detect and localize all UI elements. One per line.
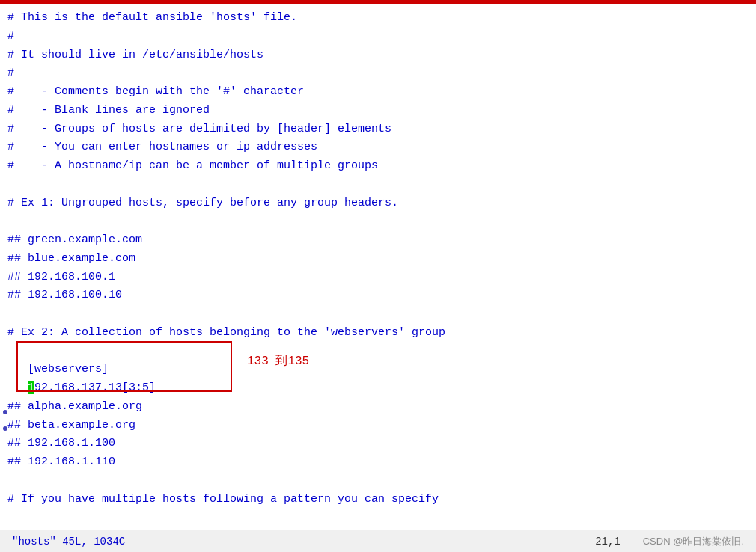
status-bar: "hosts" 45L, 1034C 21,1 CSDN @昨日海棠依旧. [0,530,756,552]
code-line-22: ## alpha.example.org [7,398,749,417]
code-line-13: ## green.example.com [7,231,749,250]
code-line-2: # [7,28,749,46]
csdn-watermark: CSDN @昨日海棠依旧. [643,535,744,548]
code-line-9: # - A hostname/ip can be a member of mul… [7,157,749,176]
code-line-14: ## blue.example.com [7,250,749,269]
status-right: 21,1 CSDN @昨日海棠依旧. [595,535,744,548]
code-line-27: # If you have multiple hosts following a… [7,491,749,509]
code-area[interactable]: # This is the default ansible 'hosts' fi… [0,4,756,530]
code-line-10 [7,176,749,194]
code-line-18: # Ex 2: A collection of hosts belonging … [7,324,749,343]
code-line-15: ## 192.168.100.1 [7,269,749,287]
code-line-23: ## beta.example.org [7,417,749,435]
code-line-11: # Ex 1: Ungrouped hosts, specify before … [7,194,749,213]
gutter-dot-1 [3,410,7,414]
code-line-5: # - Comments begin with the '#' characte… [7,83,749,102]
gutter-dot-2 [3,426,7,431]
cursor-position: 21,1 [595,536,621,548]
code-line-8: # - You can enter hostnames or ip addres… [7,138,749,157]
code-line-17 [7,305,749,324]
code-line-12 [7,212,749,231]
code-line-4: # [7,64,749,83]
code-line-24: ## 192.168.1.100 [7,435,749,453]
code-line-6: # - Blank lines are ignored [7,102,749,120]
cursor-char: 1 [28,381,34,394]
code-line-1: # This is the default ansible 'hosts' fi… [7,9,749,28]
file-info: "hosts" 45L, 1034C [12,536,125,548]
range-annotation: 133 到135 [247,353,309,369]
code-line-16: ## 192.168.100.10 [7,286,749,305]
code-line-3: # It should live in /etc/ansible/hosts [7,46,749,65]
code-line-26 [7,472,749,491]
code-line-21: 192.168.137.13[3:5] [7,379,749,398]
gutter-indicators [0,404,10,437]
code-line-25: ## 192.168.1.110 [7,453,749,472]
code-line-20: [webservers] [7,361,749,379]
code-line-7: # - Groups of hosts are delimited by [he… [7,120,749,139]
code-line-19 [7,343,749,361]
editor-container: # This is the default ansible 'hosts' fi… [0,0,756,552]
